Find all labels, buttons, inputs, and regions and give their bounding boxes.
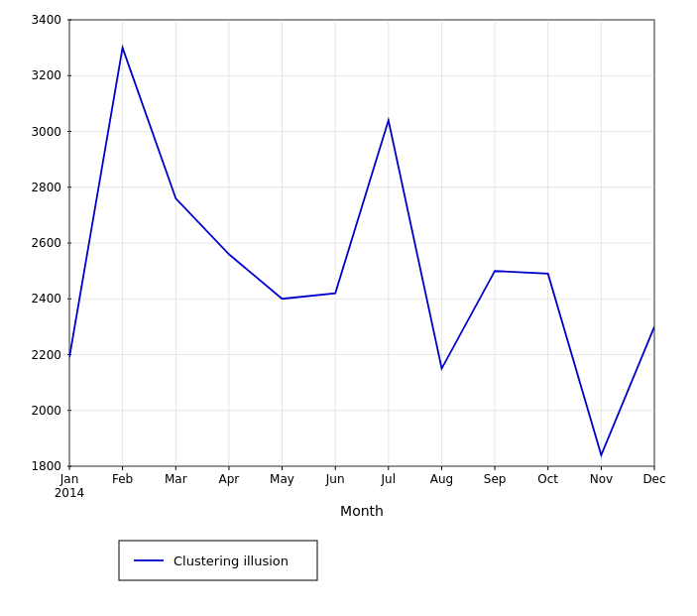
x-tick-jul: Jul	[381, 472, 396, 486]
x-tick-apr: Apr	[219, 472, 240, 486]
y-tick-2400: 2400	[31, 292, 61, 306]
x-tick-mar: Mar	[165, 472, 187, 486]
x-axis-label: Month	[340, 503, 384, 519]
x-tick-dec: Dec	[642, 472, 665, 486]
x-tick-sep: Sep	[484, 472, 507, 486]
y-tick-1800: 1800	[31, 459, 61, 473]
y-tick-2000: 2000	[31, 404, 61, 418]
x-tick-may: May	[270, 472, 294, 486]
y-tick-3000: 3000	[31, 125, 61, 139]
x-tick-jan: Jan	[59, 472, 79, 486]
x-tick-aug: Aug	[430, 472, 453, 486]
y-tick-3200: 3200	[31, 68, 61, 82]
x-tick-2014: 2014	[55, 486, 85, 500]
y-tick-2200: 2200	[31, 348, 61, 362]
x-tick-nov: Nov	[590, 472, 613, 486]
legend-label: Clustering illusion	[174, 554, 289, 568]
y-tick-2800: 2800	[31, 181, 61, 194]
chart-container: 1800 2000 2200 2400 2600 2800 3000 3200	[0, 0, 697, 616]
x-tick-oct: Oct	[537, 472, 558, 486]
y-tick-2600: 2600	[31, 236, 61, 250]
x-tick-feb: Feb	[112, 472, 133, 486]
y-tick-3400: 3400	[31, 13, 61, 27]
x-tick-jun: Jun	[325, 472, 345, 486]
